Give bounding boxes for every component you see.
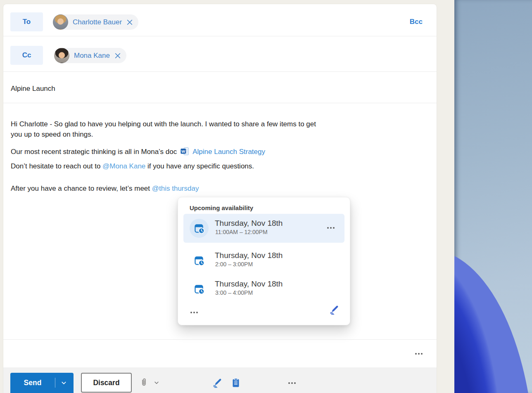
slot-time: 2:00 – 3:00PM bbox=[215, 261, 253, 268]
availability-slot[interactable]: Thursday, Nov 18th 11:00AM – 12:00PM bbox=[183, 214, 344, 243]
body-text: Our most recent strategic thinking is al… bbox=[11, 148, 177, 156]
send-options-chevron-icon[interactable] bbox=[61, 380, 67, 386]
send-label: Send bbox=[10, 379, 55, 387]
mention-link-time[interactable]: @this thursday bbox=[152, 185, 199, 192]
mention-link-person[interactable]: @Mona Kane bbox=[102, 162, 145, 170]
body-paragraph: After you have a chance to review, let’s… bbox=[11, 183, 199, 194]
compose-window: To Charlotte Bauer Bcc Cc Mona Kane Alpi… bbox=[3, 4, 437, 393]
body-paragraph[interactable]: Hi Charlotte - So glad to have you helpi… bbox=[11, 119, 316, 140]
calendar-clock-icon bbox=[190, 251, 209, 270]
calendar-clock-icon bbox=[190, 219, 209, 238]
flyout-title: Upcoming availability bbox=[190, 204, 253, 211]
slot-date: Thursday, Nov 18th bbox=[215, 251, 283, 260]
message-options-icon[interactable] bbox=[415, 353, 417, 355]
word-doc-icon: W bbox=[180, 147, 190, 160]
send-split-divider bbox=[55, 378, 55, 388]
recipient-avatar bbox=[53, 14, 68, 30]
recipient-name: Mona Kane bbox=[74, 52, 110, 60]
toolbar-more-icon[interactable] bbox=[288, 382, 290, 384]
body-footer-divider bbox=[3, 339, 437, 340]
recipient-pill-cc[interactable]: Mona Kane bbox=[54, 48, 126, 63]
recipient-pill-to[interactable]: Charlotte Bauer bbox=[53, 14, 138, 30]
slot-more-icon[interactable] bbox=[327, 227, 329, 229]
attach-chevron-icon bbox=[154, 380, 159, 386]
slot-time: 3:00 – 4:00PM bbox=[215, 289, 253, 296]
row-divider bbox=[3, 36, 437, 36]
discard-button[interactable]: Discard bbox=[81, 373, 132, 393]
body-paragraph: Don’t hesitate to reach out to @Mona Kan… bbox=[11, 161, 254, 171]
body-text-line: Hi Charlotte - So glad to have you helpi… bbox=[11, 119, 316, 129]
more-availability-icon[interactable] bbox=[190, 312, 192, 313]
recipient-name: Charlotte Bauer bbox=[73, 18, 122, 26]
slot-time: 11:00AM – 12:00PM bbox=[215, 229, 268, 235]
availability-flyout: Upcoming availability Thursday, Nov 18th… bbox=[178, 197, 350, 325]
body-text: After you have a chance to review, let’s… bbox=[11, 185, 152, 192]
paperclip-icon bbox=[139, 378, 149, 387]
send-button[interactable]: Send bbox=[10, 373, 74, 393]
remove-recipient-icon[interactable] bbox=[115, 53, 121, 59]
bcc-button[interactable]: Bcc bbox=[410, 18, 423, 26]
signature-pen-button[interactable] bbox=[212, 378, 222, 388]
to-button[interactable]: To bbox=[10, 12, 43, 31]
subject-field[interactable]: Alpine Launch bbox=[11, 85, 55, 93]
recipient-avatar bbox=[54, 48, 69, 63]
body-text: if you have any specific questions. bbox=[145, 162, 254, 170]
row-divider bbox=[3, 103, 437, 103]
doc-link[interactable]: Alpine Launch Strategy bbox=[192, 148, 265, 156]
cc-button[interactable]: Cc bbox=[10, 46, 43, 65]
availability-slot[interactable]: Thursday, Nov 18th 3:00 – 4:00PM bbox=[183, 276, 344, 302]
attach-button[interactable] bbox=[139, 378, 159, 387]
availability-slot[interactable]: Thursday, Nov 18th 2:00 – 3:00PM bbox=[183, 247, 344, 274]
edit-availability-icon[interactable] bbox=[329, 305, 339, 317]
svg-text:W: W bbox=[181, 149, 185, 154]
compose-toolbar: Send Discard bbox=[3, 367, 437, 393]
slot-date: Thursday, Nov 18th bbox=[215, 279, 283, 289]
row-divider bbox=[3, 71, 437, 72]
clipboard-button[interactable] bbox=[231, 378, 241, 388]
desktop-wallpaper bbox=[454, 0, 532, 393]
body-text-line: you up to speed on things. bbox=[11, 129, 316, 140]
body-paragraph: Our most recent strategic thinking is al… bbox=[11, 146, 265, 160]
body-text: Don’t hesitate to reach out to bbox=[11, 162, 102, 170]
calendar-clock-icon bbox=[190, 279, 209, 298]
remove-recipient-icon[interactable] bbox=[127, 19, 133, 25]
slot-date: Thursday, Nov 18th bbox=[215, 219, 283, 228]
wallpaper-bloom-shape bbox=[454, 250, 532, 393]
